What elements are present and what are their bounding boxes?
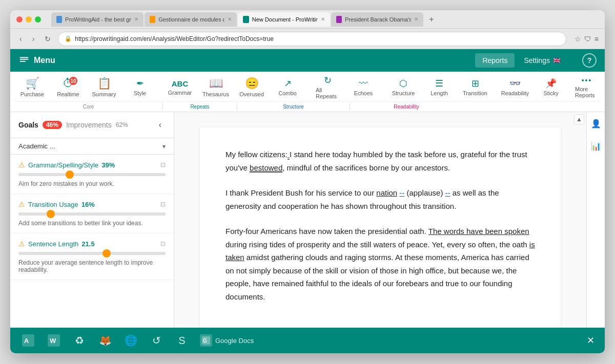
purchase-icon: 🛒 (26, 78, 39, 89)
google-docs-label[interactable]: G Google Docs (200, 334, 254, 347)
overused-icon-item[interactable]: 😑 Overused (234, 74, 270, 99)
more-reports-icon: ••• (582, 77, 592, 84)
menu-button[interactable]: ≡ (594, 35, 599, 43)
bookmark-button[interactable]: ☆ (575, 35, 581, 43)
combo-icon-item[interactable]: ↗ Combo (270, 75, 305, 98)
style-icon-item[interactable]: ✒ Style (122, 75, 158, 98)
new-tab-button[interactable]: + (424, 12, 439, 27)
thesaurus-label: Thesaurus (202, 91, 229, 97)
realtime-icon-item[interactable]: ⏱ 10 Realtime (50, 74, 86, 99)
content-area[interactable]: My fellow citizens: I stand here today h… (174, 112, 586, 328)
structure-section-label: Structure (237, 103, 350, 111)
structure-icon-item[interactable]: ⬡ Structure (385, 75, 421, 98)
grammar-copy-button[interactable]: ⊡ (160, 161, 166, 168)
recycle-icon[interactable]: ♻ (72, 333, 87, 348)
summary-icon: 📋 (97, 78, 111, 89)
length-icon-item[interactable]: ☰ Length (421, 75, 457, 98)
address-bar-actions: ☆ 🛡 ≡ (575, 35, 599, 43)
logo-icon (18, 55, 30, 66)
transition-slider-track[interactable] (18, 212, 166, 216)
word-app-icon[interactable]: A (20, 333, 36, 348)
browser-tabs: ProWritingAid - the best gramm... ✕ Gest… (51, 12, 599, 27)
transition-metric-title: Transition Usage (28, 201, 78, 208)
lock-icon: 🔒 (65, 35, 72, 42)
all-repeats-icon-item[interactable]: ↻ All Repeats (310, 72, 345, 101)
forward-button[interactable]: › (29, 33, 38, 45)
echoes-icon: 〰 (359, 79, 368, 88)
close-traffic-light[interactable] (16, 16, 23, 23)
purchase-icon-item[interactable]: 🛒 Purchase (14, 74, 50, 99)
traffic-lights (16, 16, 41, 23)
flag-icon: 🇬🇧 (553, 57, 561, 64)
left-sidebar: Goals 46% Improvements 62% ‹ Academic ..… (10, 112, 174, 328)
transition-copy-button[interactable]: ⊡ (160, 201, 166, 208)
length-icon: ☰ (435, 79, 443, 88)
tab-favicon-3 (243, 16, 249, 23)
summary-icon-item[interactable]: 📋 Summary (86, 74, 122, 99)
all-repeats-label: All Repeats (316, 87, 339, 99)
academic-dropdown[interactable]: Academic ... ▾ (10, 138, 174, 155)
dropdown-label: Academic ... (18, 142, 55, 150)
is-taken-text: is taken (225, 240, 535, 262)
grammar-metric-header: ⚠ Grammar/Spelling/Style 39% ⊡ (18, 161, 166, 169)
svg-text:G: G (203, 338, 207, 344)
goals-tab[interactable]: Goals (18, 121, 38, 129)
summary-label: Summary (92, 91, 116, 97)
browser-tab-3[interactable]: New Document - ProWritingAid ✕ (238, 12, 330, 27)
edge-icon[interactable]: 🌐 (123, 333, 138, 348)
tab-close-2[interactable]: ✕ (228, 16, 232, 22)
echoes-icon-item[interactable]: 〰 Echoes (345, 75, 381, 98)
word-w-icon[interactable]: W (46, 333, 61, 348)
sentence-length-slider-track[interactable] (18, 252, 166, 255)
purchase-label: Purchase (20, 91, 44, 97)
firefox-icon[interactable]: 🦊 (97, 333, 113, 348)
readability-icon-item[interactable]: 👓 Readability (497, 75, 533, 98)
chart-icon-button[interactable]: 📊 (589, 139, 603, 153)
settings-nav-item[interactable]: Settings 🇬🇧 (517, 53, 568, 68)
more-reports-icon-item[interactable]: ••• More Reports (569, 73, 605, 100)
sidebar-collapse-button[interactable]: ‹ (155, 118, 166, 132)
bottom-close-button[interactable]: ✕ (587, 335, 594, 346)
help-button[interactable]: ? (582, 53, 597, 68)
combo-label: Combo (278, 90, 296, 96)
transition-icon-item[interactable]: ⊞ Transition (457, 75, 493, 98)
bottom-bar: A W ♻ 🦊 🌐 ↺ S G Google Docs ✕ (10, 328, 605, 353)
grammar-slider-track[interactable] (18, 173, 166, 176)
sticky-icon: 📌 (545, 79, 557, 88)
sentence-length-slider-thumb (102, 249, 111, 258)
thesaurus-icon-item[interactable]: 📖 Thesaurus (198, 74, 234, 99)
extensions-button[interactable]: 🛡 (584, 35, 591, 43)
improvements-tab[interactable]: Improvements (66, 121, 112, 129)
tab-close-3[interactable]: ✕ (321, 16, 325, 22)
browser-tab-4[interactable]: President Barack Obama's Inau... ✕ (331, 12, 423, 27)
browser-titlebar: ProWritingAid - the best gramm... ✕ Gest… (10, 10, 605, 29)
address-bar[interactable]: 🔒 https://prowritingaid.com/en/Analysis/… (58, 32, 566, 46)
browser-tab-1[interactable]: ProWritingAid - the best gramm... ✕ (51, 12, 144, 27)
user-icon-button[interactable]: 👤 (589, 116, 603, 131)
tab-close-1[interactable]: ✕ (134, 16, 138, 22)
reports-nav-item[interactable]: Reports (475, 53, 515, 68)
nation-text: nation (376, 188, 397, 197)
main-toolbar: Menu Reports Settings 🇬🇧 ? (10, 49, 605, 72)
back-button[interactable]: ‹ (16, 33, 25, 45)
sentence-length-metric-header: ⚠ Sentence Length 21.5 ⊡ (18, 240, 166, 248)
gdrive-icon[interactable]: ↺ (149, 333, 164, 348)
grammar-icon-item[interactable]: ABC Grammar (162, 76, 198, 98)
paragraph-1: My fellow citizens: I stand here today h… (225, 148, 535, 174)
refresh-button[interactable]: ↻ (42, 33, 54, 45)
structure-icon: ⬡ (399, 79, 407, 88)
content-wrapper: My fellow citizens: I stand here today h… (174, 112, 605, 328)
tab-close-4[interactable]: ✕ (414, 16, 418, 22)
tab-label-1: ProWritingAid - the best gramm... (65, 16, 131, 23)
browser-tab-2[interactable]: Gestionnaire de modules comp... ✕ (145, 12, 237, 27)
content-paper[interactable]: My fellow citizens: I stand here today h… (200, 127, 561, 328)
minimize-traffic-light[interactable] (26, 16, 32, 23)
sentence-length-copy-button[interactable]: ⊡ (160, 240, 166, 247)
paragraph-3: Forty-four Americans have now taken the … (225, 225, 535, 303)
sentence-length-metric-desc: Reduce your average sentence length to i… (18, 259, 166, 273)
maximize-traffic-light[interactable] (35, 16, 41, 23)
scroll-up-button[interactable]: ▲ (574, 114, 584, 124)
sentence-length-metric-card: ⚠ Sentence Length 21.5 ⊡ Reduce your ave… (10, 233, 174, 280)
scrivener-icon[interactable]: S (174, 333, 190, 348)
sticky-icon-item[interactable]: 📌 Sticky (533, 75, 569, 98)
